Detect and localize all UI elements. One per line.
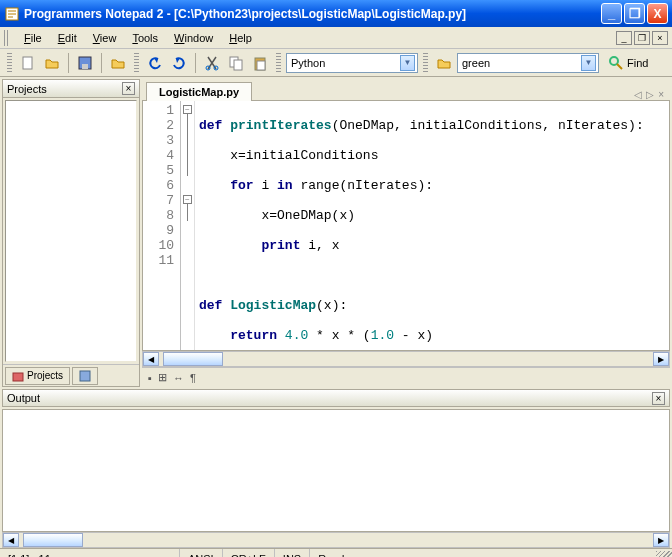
view-toggle-icon[interactable]: ▪	[148, 372, 152, 384]
app-icon	[4, 6, 20, 22]
status-encoding: ANSI	[180, 549, 223, 557]
scroll-right-button[interactable]: ▶	[653, 533, 669, 547]
open-folder-button[interactable]	[107, 52, 129, 74]
output-title: Output	[7, 392, 40, 404]
toolbar-grip[interactable]	[4, 30, 10, 46]
menu-view[interactable]: View	[85, 30, 125, 46]
svg-rect-13	[80, 371, 90, 381]
menu-window[interactable]: Window	[166, 30, 221, 46]
toolbar-grip[interactable]	[134, 53, 139, 73]
window-title: Programmers Notepad 2 - [C:\Python23\pro…	[24, 7, 601, 21]
toolbar-grip[interactable]	[276, 53, 281, 73]
projects-tree[interactable]	[5, 100, 137, 362]
svg-rect-1	[23, 57, 32, 69]
title-bar: Programmers Notepad 2 - [C:\Python23\pro…	[0, 0, 672, 27]
status-insert-mode: INS	[275, 549, 310, 557]
save-button[interactable]	[74, 52, 96, 74]
search-combo[interactable]: green▼	[457, 53, 599, 73]
editor-hscrollbar[interactable]: ◀ ▶	[142, 351, 670, 367]
svg-point-10	[610, 57, 618, 65]
projects-tab[interactable]: Projects	[5, 367, 70, 385]
projects-title: Projects	[7, 83, 47, 95]
search-value: green	[462, 57, 490, 69]
output-panel[interactable]	[2, 409, 670, 532]
language-combo[interactable]: Python▼	[286, 53, 418, 73]
tab-close-button[interactable]: ×	[658, 89, 664, 100]
menu-edit[interactable]: Edit	[50, 30, 85, 46]
projects-header: Projects ×	[3, 80, 139, 98]
projects-icon	[12, 370, 24, 382]
view-toggle-icon[interactable]: ⊞	[158, 371, 167, 384]
output-header: Output ×	[2, 389, 670, 407]
svg-rect-7	[234, 60, 242, 70]
undo-button[interactable]	[144, 52, 166, 74]
menu-help[interactable]: Help	[221, 30, 260, 46]
svg-rect-9	[257, 61, 265, 70]
svg-rect-12	[13, 373, 23, 381]
output-hscrollbar[interactable]: ◀ ▶	[2, 532, 670, 548]
projects-panel: Projects × Projects	[2, 79, 140, 387]
fold-margin[interactable]	[181, 101, 195, 350]
minimize-button[interactable]: _	[601, 3, 622, 24]
fold-toggle[interactable]	[183, 195, 192, 204]
projects-close-button[interactable]: ×	[122, 82, 135, 95]
close-button[interactable]: X	[647, 3, 668, 24]
menu-tools[interactable]: Tools	[124, 30, 166, 46]
editor-view-toolbar: ▪ ⊞ ↔ ¶	[142, 367, 670, 387]
tab-prev-button[interactable]: ◁	[634, 89, 642, 100]
scroll-right-button[interactable]: ▶	[653, 352, 669, 366]
resize-grip[interactable]	[656, 551, 672, 558]
scroll-left-button[interactable]: ◀	[3, 533, 19, 547]
menu-file[interactable]: File	[16, 30, 50, 46]
mdi-restore-button[interactable]: ❐	[634, 31, 650, 45]
new-file-button[interactable]	[17, 52, 39, 74]
view-toggle-icon[interactable]: ↔	[173, 372, 184, 384]
svg-line-11	[617, 64, 622, 69]
line-gutter: 1234567891011	[143, 101, 181, 350]
code-editor[interactable]: 1234567891011 def printIterates(OneDMap,…	[142, 101, 670, 351]
search-icon	[608, 55, 624, 71]
text-clips-tab[interactable]	[72, 367, 98, 385]
output-close-button[interactable]: ×	[652, 392, 665, 405]
status-eol: CR+LF	[223, 549, 275, 557]
redo-button[interactable]	[168, 52, 190, 74]
code-content[interactable]: def printIterates(OneDMap, initialCondit…	[195, 101, 669, 350]
mdi-close-button[interactable]: ×	[652, 31, 668, 45]
fold-toggle[interactable]	[183, 105, 192, 114]
status-bar: [1:1] : 11 ANSI CR+LF INS Ready	[0, 548, 672, 557]
editor-tabstrip: LogisticMap.py ◁ ▷ ×	[142, 79, 670, 101]
toolbar-grip[interactable]	[7, 53, 12, 73]
svg-rect-3	[82, 64, 88, 69]
menu-bar: File Edit View Tools Window Help _ ❐ ×	[0, 27, 672, 49]
cut-button[interactable]	[201, 52, 223, 74]
mdi-minimize-button[interactable]: _	[616, 31, 632, 45]
status-position: [1:1] : 11	[0, 549, 180, 557]
maximize-button[interactable]: ❐	[624, 3, 645, 24]
status-ready: Ready	[310, 549, 656, 557]
tab-next-button[interactable]: ▷	[646, 89, 654, 100]
view-toggle-icon[interactable]: ¶	[190, 372, 196, 384]
toolbar: Python▼ green▼ Find	[0, 49, 672, 77]
search-options-button[interactable]	[433, 52, 455, 74]
paste-button[interactable]	[249, 52, 271, 74]
language-value: Python	[291, 57, 325, 69]
copy-button[interactable]	[225, 52, 247, 74]
open-file-button[interactable]	[41, 52, 63, 74]
find-button[interactable]: Find	[601, 52, 655, 74]
scroll-thumb[interactable]	[163, 352, 223, 366]
clips-icon	[79, 370, 91, 382]
scroll-thumb[interactable]	[23, 533, 83, 547]
toolbar-grip[interactable]	[423, 53, 428, 73]
scroll-left-button[interactable]: ◀	[143, 352, 159, 366]
file-tab[interactable]: LogisticMap.py	[146, 82, 252, 101]
